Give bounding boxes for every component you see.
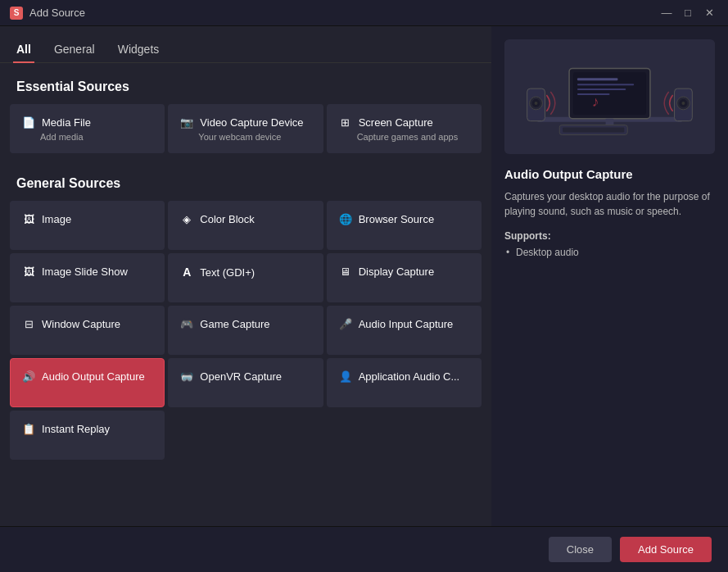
preview-illustration: ♪ bbox=[504, 39, 715, 154]
display-capture-icon: 🖥 bbox=[339, 266, 352, 278]
supports-list: Desktop audio bbox=[504, 247, 715, 258]
window-title: Add Source bbox=[29, 7, 658, 19]
tab-all[interactable]: All bbox=[13, 36, 34, 62]
svg-point-19 bbox=[681, 102, 685, 105]
source-item-text-gdi[interactable]: A Text (GDI+) bbox=[168, 253, 323, 302]
color-block-icon: ◈ bbox=[180, 213, 193, 225]
preview-description: Captures your desktop audio for the purp… bbox=[504, 189, 715, 219]
source-item-window-capture[interactable]: ⊟ Window Capture bbox=[10, 306, 165, 355]
essential-sources-grid: 📄 Media File Add media 📷 Video Capture D… bbox=[0, 104, 491, 160]
screen-capture-icon: ⊞ bbox=[339, 116, 352, 129]
image-slideshow-icon: 🖼 bbox=[22, 266, 35, 278]
source-item-video-capture[interactable]: 📷 Video Capture Device Your webcam devic… bbox=[168, 104, 323, 153]
svg-rect-11 bbox=[563, 128, 624, 133]
image-icon: 🖼 bbox=[22, 213, 35, 225]
video-capture-icon: 📷 bbox=[180, 116, 193, 129]
general-sources-grid: 🖼 Image ◈ Color Block 🌐 Browser Source bbox=[0, 201, 491, 470]
source-item-audio-output[interactable]: 🔊 Audio Output Capture bbox=[10, 358, 165, 407]
screen-capture-sub: Capture games and apps bbox=[339, 132, 469, 142]
text-gdi-icon: A bbox=[180, 266, 193, 279]
window-capture-icon: ⊟ bbox=[22, 318, 35, 330]
source-item-media-file[interactable]: 📄 Media File Add media bbox=[10, 104, 165, 153]
game-capture-icon: 🎮 bbox=[180, 318, 193, 330]
audio-output-icon: 🔊 bbox=[22, 370, 35, 383]
source-item-browser-source[interactable]: 🌐 Browser Source bbox=[327, 201, 482, 250]
app-icon: S bbox=[10, 7, 23, 20]
source-item-instant-replay[interactable]: 📋 Instant Replay bbox=[10, 411, 165, 460]
footer: Close Add Source bbox=[0, 526, 728, 572]
svg-text:♪: ♪ bbox=[592, 93, 599, 110]
add-source-button[interactable]: Add Source bbox=[620, 537, 712, 562]
source-item-screen-capture[interactable]: ⊞ Screen Capture Capture games and apps bbox=[327, 104, 482, 153]
instant-replay-icon: 📋 bbox=[22, 423, 35, 435]
tab-widgets[interactable]: Widgets bbox=[115, 36, 163, 62]
app-audio-icon: 👤 bbox=[339, 370, 352, 383]
window-controls: — □ ✕ bbox=[658, 4, 718, 22]
title-bar: S Add Source — □ ✕ bbox=[0, 0, 728, 26]
openvr-capture-icon: 🥽 bbox=[180, 370, 193, 383]
svg-rect-6 bbox=[577, 89, 626, 90]
essential-sources-title: Essential Sources bbox=[0, 63, 491, 104]
maximize-button[interactable]: □ bbox=[679, 4, 697, 22]
close-window-button[interactable]: ✕ bbox=[700, 4, 718, 22]
media-file-sub: Add media bbox=[22, 132, 152, 142]
left-panel: All General Widgets Essential Sources 📄 … bbox=[0, 26, 491, 526]
audio-input-icon: 🎤 bbox=[339, 318, 352, 330]
general-sources-title: General Sources bbox=[0, 160, 491, 201]
svg-point-15 bbox=[535, 102, 538, 105]
supports-label: Supports: bbox=[504, 230, 715, 242]
source-item-image-slideshow[interactable]: 🖼 Image Slide Show bbox=[10, 253, 165, 302]
right-panel: ♪ Audio Output Capture Captures your des… bbox=[491, 26, 728, 526]
browser-source-icon: 🌐 bbox=[339, 213, 352, 225]
supports-item-desktop-audio: Desktop audio bbox=[504, 247, 715, 258]
svg-rect-4 bbox=[577, 78, 617, 80]
main-container: All General Widgets Essential Sources 📄 … bbox=[0, 26, 728, 526]
source-item-image[interactable]: 🖼 Image bbox=[10, 201, 165, 250]
tab-bar: All General Widgets bbox=[0, 26, 491, 63]
close-button[interactable]: Close bbox=[549, 537, 612, 562]
preview-title: Audio Output Capture bbox=[504, 167, 715, 181]
svg-rect-5 bbox=[577, 84, 634, 85]
minimize-button[interactable]: — bbox=[658, 4, 676, 22]
media-file-icon: 📄 bbox=[22, 116, 35, 129]
video-capture-sub: Your webcam device bbox=[180, 132, 310, 142]
source-item-color-block[interactable]: ◈ Color Block bbox=[168, 201, 323, 250]
source-item-openvr-capture[interactable]: 🥽 OpenVR Capture bbox=[168, 358, 323, 407]
source-item-audio-input[interactable]: 🎤 Audio Input Capture bbox=[327, 306, 482, 355]
source-item-game-capture[interactable]: 🎮 Game Capture bbox=[168, 306, 323, 355]
source-item-app-audio[interactable]: 👤 Application Audio C... bbox=[327, 358, 482, 407]
tab-general[interactable]: General bbox=[51, 36, 98, 62]
source-item-display-capture[interactable]: 🖥 Display Capture bbox=[327, 253, 482, 302]
